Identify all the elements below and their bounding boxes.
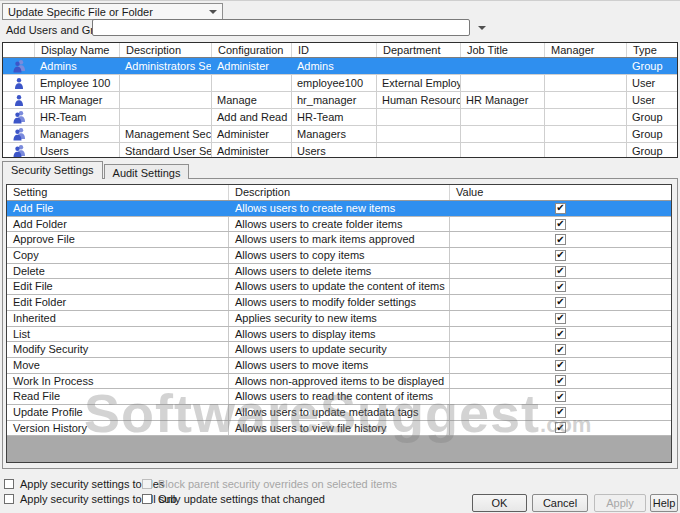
cell-type: User (627, 75, 677, 91)
cell-configuration: Manage (212, 92, 292, 108)
users-column-header[interactable]: Manager (545, 43, 627, 57)
settings-table-body: Add FileAllows users to create new items… (7, 201, 671, 436)
table-row[interactable]: AdminsAdministrators Sec...AdministerAdm… (3, 58, 677, 75)
settings-tabbar: Security SettingsAudit Settings (2, 161, 189, 179)
cell-manager (545, 92, 627, 108)
cell-value: ✔ (450, 389, 671, 404)
table-row[interactable]: ManagersManagement Secu...AdministerMana… (3, 126, 677, 143)
settings-column-header[interactable]: Value (450, 185, 671, 200)
users-header-icon-spacer[interactable] (3, 43, 35, 57)
table-row[interactable]: DeleteAllows users to delete items✔ (7, 264, 671, 280)
setting-checkbox[interactable]: ✔ (555, 344, 566, 355)
setting-checkbox[interactable]: ✔ (555, 219, 566, 230)
cell-description: Allows users to mark items approved (229, 232, 450, 247)
checkbox-box (142, 479, 152, 489)
cancel-button[interactable]: Cancel (532, 494, 588, 512)
cell-type: Group (627, 143, 677, 158)
table-row[interactable]: HR-TeamAdd and ReadHR-TeamGroup (3, 109, 677, 126)
table-row[interactable]: InheritedApplies security to new items✔ (7, 311, 671, 327)
table-row[interactable]: Add FileAllows users to create new items… (7, 201, 671, 217)
setting-checkbox[interactable]: ✔ (555, 328, 566, 339)
cell-value: ✔ (450, 421, 671, 436)
cell-setting: Edit Folder (7, 295, 229, 310)
setting-checkbox[interactable]: ✔ (555, 281, 566, 292)
setting-checkbox[interactable]: ✔ (555, 266, 566, 277)
cell-type: Group (627, 126, 677, 142)
users-table-body: AdminsAdministrators Sec...AdministerAdm… (3, 58, 677, 158)
cell-job-title: HR Manager (461, 92, 545, 108)
ok-button[interactable]: OK (472, 494, 527, 512)
setting-checkbox[interactable]: ✔ (555, 375, 566, 386)
cell-department (377, 58, 461, 74)
cell-description: Allows users to update the content of it… (229, 279, 450, 294)
checkbox-apply-security-to-files[interactable]: Apply security settings to files (4, 478, 164, 490)
users-column-header[interactable]: ID (292, 43, 377, 57)
cell-description: Allows users to create folder items (229, 217, 450, 232)
apply-button: Apply (594, 494, 646, 512)
cell-setting: Add Folder (7, 217, 229, 232)
cell-setting: Approve File (7, 232, 229, 247)
cell-display-name: Users (35, 143, 120, 158)
setting-checkbox[interactable]: ✔ (555, 391, 566, 402)
cell-department: External Employee (377, 75, 461, 91)
cell-description: Administrators Sec... (120, 58, 212, 74)
users-column-header[interactable]: Description (120, 43, 212, 57)
cell-setting: Edit File (7, 279, 229, 294)
table-row[interactable]: Modify SecurityAllows users to update se… (7, 342, 671, 358)
table-row[interactable]: Update ProfileAllows users to update met… (7, 405, 671, 421)
checkbox-box (142, 494, 152, 504)
cell-manager (545, 126, 627, 142)
setting-checkbox[interactable]: ✔ (555, 234, 566, 245)
table-row[interactable]: Work In ProcessAllows non-approved items… (7, 374, 671, 390)
cell-setting: Add File (7, 201, 229, 216)
cell-description: Allows users to view file history (229, 421, 450, 436)
help-button[interactable]: Help (650, 494, 678, 512)
users-column-header[interactable]: Type (627, 43, 677, 57)
table-row[interactable]: Approve FileAllows users to mark items a… (7, 232, 671, 248)
cell-type: User (627, 92, 677, 108)
table-row[interactable]: HR ManagerManagehr_managerHuman Resource… (3, 92, 677, 109)
add-users-dropdown-icon[interactable] (478, 26, 486, 30)
users-column-header[interactable]: Department (377, 43, 461, 57)
table-row[interactable]: UsersStandard User Se...AdministerUsersG… (3, 143, 677, 158)
settings-column-header[interactable]: Setting (7, 185, 229, 200)
cell-configuration: Administer (212, 126, 292, 142)
setting-checkbox[interactable]: ✔ (555, 360, 566, 371)
table-row[interactable]: Add FolderAllows users to create folder … (7, 217, 671, 233)
table-row[interactable]: MoveAllows users to move items✔ (7, 358, 671, 374)
table-row[interactable]: Edit FileAllows users to update the cont… (7, 279, 671, 295)
users-column-header[interactable]: Job Title (461, 43, 545, 57)
table-row[interactable]: ListAllows users to display items✔ (7, 327, 671, 343)
add-users-input[interactable] (92, 19, 470, 36)
setting-checkbox[interactable]: ✔ (555, 407, 566, 418)
settings-column-header[interactable]: Description (229, 185, 450, 200)
cell-id: Admins (292, 58, 377, 74)
cell-description: Allows users to copy items (229, 248, 450, 263)
table-row[interactable]: Read FileAllows users to read the conten… (7, 389, 671, 405)
checkbox-label: Only update settings that changed (158, 493, 325, 505)
table-row[interactable]: Version HistoryAllows users to view file… (7, 421, 671, 437)
setting-checkbox[interactable]: ✔ (555, 203, 566, 214)
setting-checkbox[interactable]: ✔ (555, 422, 566, 433)
setting-checkbox[interactable]: ✔ (555, 297, 566, 308)
setting-checkbox[interactable]: ✔ (555, 250, 566, 261)
tab-audit-settings[interactable]: Audit Settings (104, 164, 190, 179)
cell-job-title (461, 75, 545, 91)
users-column-header[interactable]: Display Name (35, 43, 120, 57)
checkbox-only-update-changed[interactable]: Only update settings that changed (142, 493, 325, 505)
cell-type: Group (627, 109, 677, 125)
users-column-header[interactable]: Configuration (212, 43, 292, 57)
table-row[interactable]: CopyAllows users to copy items✔ (7, 248, 671, 264)
cell-value: ✔ (450, 358, 671, 373)
table-row[interactable]: Employee 100employee100External Employee… (3, 75, 677, 92)
cell-value: ✔ (450, 201, 671, 216)
group-icon (3, 109, 35, 125)
cell-setting: Read File (7, 389, 229, 404)
cell-display-name: HR Manager (35, 92, 120, 108)
setting-checkbox[interactable]: ✔ (555, 313, 566, 324)
checkbox-box (4, 479, 14, 489)
action-select[interactable]: Update Specific File or Folder (2, 3, 223, 20)
table-row[interactable]: Edit FolderAllows users to modify folder… (7, 295, 671, 311)
cell-description (120, 109, 212, 125)
tab-security-settings[interactable]: Security Settings (2, 161, 103, 179)
